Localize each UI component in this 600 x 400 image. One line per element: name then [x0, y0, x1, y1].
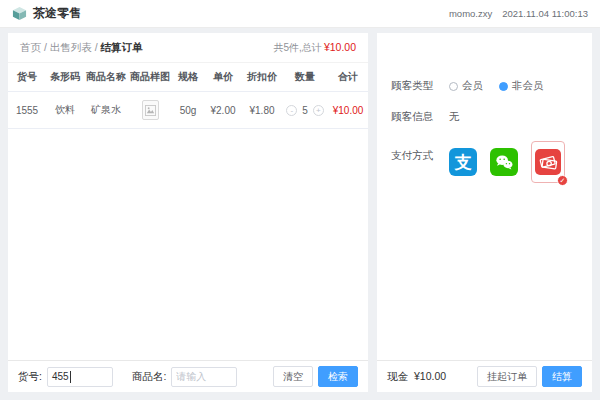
product-image-placeholder-icon[interactable] — [142, 100, 159, 120]
col-name: 商品名称 — [84, 63, 128, 92]
customer-info-label: 顾客信息 — [391, 110, 449, 124]
cell-barcode: 饮料 — [46, 92, 84, 129]
app-logo-icon — [12, 6, 27, 21]
sku-field-label: 货号: — [18, 370, 42, 384]
text-caret — [70, 371, 71, 383]
col-total: 合计 — [328, 63, 368, 92]
cash-pay-option-selected[interactable]: ✓ — [531, 141, 565, 183]
cell-name: 矿泉水 — [84, 92, 128, 129]
col-barcode: 条形码 — [46, 63, 84, 92]
cash-total-amount: ¥10.00 — [414, 370, 446, 384]
col-discount: 折扣价 — [242, 63, 282, 92]
top-bar: 茶途零售 momo.zxy 2021.11.04 11:00:13 — [0, 0, 600, 28]
table-row: 1555 饮料 矿泉水 50g ¥2.00 ¥1.80 — [8, 92, 368, 129]
radio-member[interactable]: 会员 — [449, 79, 483, 93]
cell-sku: 1555 — [8, 92, 46, 129]
radio-non-member-icon[interactable] — [499, 82, 508, 91]
username[interactable]: momo.zxy — [449, 8, 492, 19]
radio-non-member-label[interactable]: 非会员 — [512, 79, 544, 93]
breadcrumb[interactable]: 首页 / 出售列表 / 结算订单 — [20, 41, 143, 55]
qty-minus-icon[interactable]: - — [286, 105, 297, 116]
col-thumb: 商品样图 — [128, 63, 172, 92]
cell-spec: 50g — [172, 92, 204, 129]
payment-label: 支付方式 — [391, 141, 449, 163]
cell-qty: - 5 + — [282, 92, 328, 129]
wechat-pay-icon[interactable] — [490, 148, 518, 176]
col-sku: 货号 — [8, 63, 46, 92]
cell-price: ¥2.00 — [204, 92, 242, 129]
table-header-row: 货号 条形码 商品名称 商品样图 规格 单价 折扣价 数量 合计 — [8, 63, 368, 92]
qty-value: 5 — [302, 105, 308, 116]
search-button[interactable]: 检索 — [318, 366, 358, 387]
breadcrumb-row: 首页 / 出售列表 / 结算订单 共5件,总计¥10.00 — [8, 33, 368, 63]
radio-member-icon[interactable] — [449, 82, 458, 91]
qty-plus-icon[interactable]: + — [313, 105, 324, 116]
order-table: 货号 条形码 商品名称 商品样图 规格 单价 折扣价 数量 合计 1555 饮料… — [8, 63, 368, 129]
clear-button[interactable]: 清空 — [273, 366, 313, 387]
datetime: 2021.11.04 11:00:13 — [502, 8, 588, 19]
col-price: 单价 — [204, 63, 242, 92]
search-bar: 货号: 455 商品名: 清空 检索 — [8, 360, 368, 392]
col-qty: 数量 — [282, 63, 328, 92]
alipay-icon[interactable]: 支 — [449, 148, 477, 176]
hold-order-button[interactable]: 挂起订单 — [477, 366, 537, 387]
selected-check-icon: ✓ — [557, 175, 568, 186]
breadcrumb-prefix[interactable]: 首页 / 出售列表 / — [20, 41, 101, 53]
sku-input[interactable]: 455 — [47, 367, 113, 387]
customer-info-value: 无 — [449, 110, 460, 124]
customer-type-row: 顾客类型 会员 非会员 — [391, 79, 578, 93]
app-title: 茶途零售 — [33, 5, 81, 22]
summary-amount: ¥10.00 — [324, 41, 356, 53]
checkout-footer: 现金 ¥10.00 挂起订单 结算 — [377, 360, 592, 392]
col-spec: 规格 — [172, 63, 204, 92]
settle-button[interactable]: 结算 — [542, 366, 582, 387]
cell-thumb — [128, 92, 172, 129]
cash-icon — [535, 149, 561, 175]
order-summary: 共5件,总计¥10.00 — [274, 41, 356, 55]
radio-member-label[interactable]: 会员 — [462, 79, 483, 93]
name-field-label: 商品名: — [132, 370, 166, 384]
customer-type-label: 顾客类型 — [391, 79, 449, 93]
order-panel: 首页 / 出售列表 / 结算订单 共5件,总计¥10.00 货号 条形码 商品名… — [8, 33, 368, 392]
cell-total: ¥10.00 — [328, 92, 368, 129]
checkout-panel: 顾客类型 会员 非会员 顾客信息 无 支付方式 支 — [377, 33, 592, 392]
cell-discount: ¥1.80 — [242, 92, 282, 129]
payment-method-row: 支付方式 支 — [391, 141, 578, 183]
radio-non-member[interactable]: 非会员 — [499, 79, 544, 93]
sku-input-value: 455 — [52, 371, 69, 382]
cash-total: 现金 ¥10.00 — [387, 370, 446, 384]
breadcrumb-current: 结算订单 — [101, 41, 143, 53]
product-name-input[interactable] — [171, 367, 237, 387]
customer-info-row: 顾客信息 无 — [391, 110, 578, 124]
cash-total-label: 现金 — [387, 370, 408, 384]
summary-text: 共5件,总计 — [274, 42, 322, 53]
